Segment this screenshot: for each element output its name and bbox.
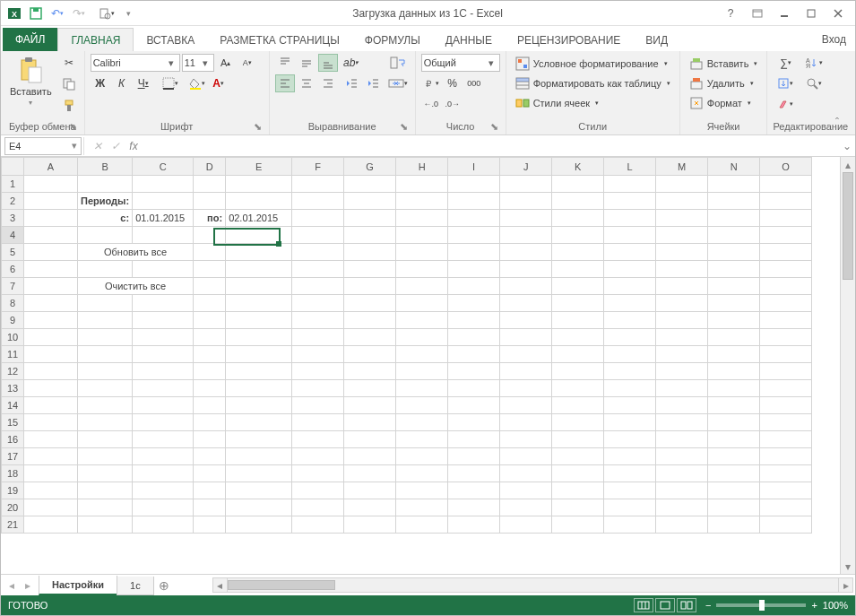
sheet-nav-last-icon[interactable]: ▸ (21, 579, 35, 592)
cell[interactable] (292, 380, 344, 397)
cell[interactable] (500, 210, 552, 227)
cell[interactable] (552, 465, 604, 482)
cell[interactable] (760, 261, 812, 278)
cell[interactable] (656, 499, 708, 516)
cell[interactable] (656, 465, 708, 482)
cell[interactable] (708, 414, 760, 431)
cell[interactable] (24, 312, 78, 329)
cell[interactable] (292, 261, 344, 278)
cell[interactable] (500, 176, 552, 193)
ribbon-options-icon[interactable] (746, 4, 769, 23)
cell[interactable] (552, 193, 604, 210)
cell[interactable] (344, 414, 396, 431)
increase-font-icon[interactable]: A▴ (216, 54, 236, 72)
cell[interactable] (500, 482, 552, 499)
select-all-corner[interactable] (2, 158, 24, 176)
cell[interactable] (24, 261, 78, 278)
cell[interactable] (292, 227, 344, 244)
cell[interactable] (133, 363, 194, 380)
cell[interactable] (500, 448, 552, 465)
vertical-scrollbar[interactable]: ▴ ▾ (840, 157, 855, 574)
cell[interactable] (344, 244, 396, 261)
cell[interactable] (500, 193, 552, 210)
cell[interactable] (226, 312, 292, 329)
cell[interactable] (133, 193, 194, 210)
cell[interactable] (604, 397, 656, 414)
cell[interactable] (78, 431, 133, 448)
zoom-thumb[interactable] (759, 600, 765, 611)
cell[interactable] (78, 363, 133, 380)
cell[interactable] (24, 363, 78, 380)
refresh-all-button[interactable]: Обновить все (78, 244, 194, 261)
clipboard-launcher-icon[interactable]: ⬊ (68, 121, 79, 132)
cell[interactable] (708, 448, 760, 465)
cell[interactable] (226, 397, 292, 414)
row-header[interactable]: 12 (2, 363, 24, 380)
cell[interactable] (760, 516, 812, 534)
font-name-combo[interactable]: Calibri▾ (91, 54, 180, 72)
cell[interactable] (396, 397, 448, 414)
cell[interactable] (552, 176, 604, 193)
row-header[interactable]: 9 (2, 312, 24, 329)
cell[interactable] (396, 295, 448, 312)
cell[interactable] (448, 295, 500, 312)
cell[interactable] (552, 448, 604, 465)
cell[interactable] (344, 295, 396, 312)
tab-view[interactable]: ВИД (633, 29, 680, 51)
cell[interactable] (344, 499, 396, 516)
cell[interactable] (448, 363, 500, 380)
help-icon[interactable]: ? (719, 4, 742, 23)
cell[interactable] (194, 397, 226, 414)
cell[interactable] (552, 397, 604, 414)
tab-layout[interactable]: РАЗМЕТКА СТРАНИЦЫ (207, 29, 352, 51)
cell[interactable] (448, 431, 500, 448)
merge-icon[interactable]: ▾ (386, 74, 410, 92)
cell[interactable] (708, 295, 760, 312)
column-header[interactable]: A (24, 158, 78, 176)
cell[interactable] (656, 448, 708, 465)
column-header[interactable]: L (604, 158, 656, 176)
bold-button[interactable]: Ж (91, 74, 110, 92)
tab-insert[interactable]: ВСТАВКА (134, 29, 207, 51)
cell[interactable] (194, 244, 226, 261)
row-header[interactable]: 3 (2, 210, 24, 227)
row-header[interactable]: 18 (2, 465, 24, 482)
cell[interactable] (226, 261, 292, 278)
cell[interactable] (656, 380, 708, 397)
cell[interactable] (552, 312, 604, 329)
cell[interactable] (133, 431, 194, 448)
cell[interactable] (194, 176, 226, 193)
scroll-down-icon[interactable]: ▾ (841, 559, 855, 574)
cell[interactable] (226, 465, 292, 482)
cell[interactable] (226, 329, 292, 346)
cell[interactable] (604, 227, 656, 244)
cell[interactable] (194, 516, 226, 534)
cell[interactable] (656, 346, 708, 363)
cell[interactable] (500, 295, 552, 312)
cell[interactable] (708, 397, 760, 414)
cell[interactable] (656, 397, 708, 414)
cell[interactable] (194, 346, 226, 363)
cell[interactable] (448, 210, 500, 227)
delete-cells-button[interactable]: Удалить▾ (686, 74, 757, 92)
zoom-slider[interactable] (716, 603, 806, 607)
insert-cells-button[interactable]: Вставить▾ (686, 54, 762, 73)
row-header[interactable]: 2 (2, 193, 24, 210)
cell[interactable] (708, 431, 760, 448)
cell[interactable]: 01.01.2015 (133, 210, 194, 227)
decrease-decimal-icon[interactable]: .0→ (443, 95, 463, 113)
cell[interactable] (656, 261, 708, 278)
cell[interactable] (604, 431, 656, 448)
cell[interactable] (396, 312, 448, 329)
cell[interactable] (760, 193, 812, 210)
cell[interactable] (344, 448, 396, 465)
column-header[interactable]: C (133, 158, 194, 176)
italic-button[interactable]: К (112, 74, 132, 92)
cell[interactable] (24, 431, 78, 448)
cell[interactable] (396, 431, 448, 448)
cell[interactable] (133, 312, 194, 329)
cell[interactable] (24, 482, 78, 499)
cell[interactable] (78, 227, 133, 244)
cell[interactable] (344, 210, 396, 227)
cell[interactable] (133, 261, 194, 278)
